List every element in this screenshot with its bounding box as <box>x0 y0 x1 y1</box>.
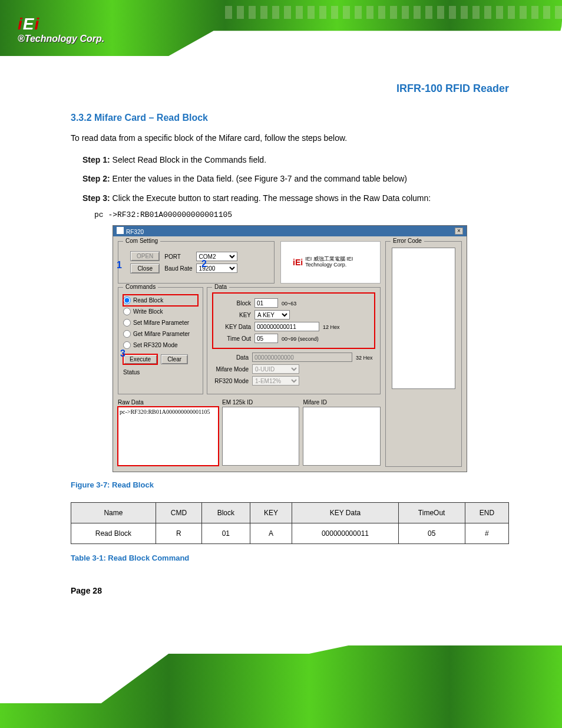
annotation-2: 2 <box>201 259 207 269</box>
intro-text: To read data from a specific block of th… <box>71 130 509 146</box>
block-input[interactable] <box>254 298 278 308</box>
step-2: Step 2: Enter the values in the Data fie… <box>82 171 509 187</box>
app-icon <box>117 227 124 234</box>
radio-read-block[interactable]: Read Block <box>123 295 198 306</box>
error-code-legend: Error Code <box>391 238 424 244</box>
port-label: PORT <box>164 253 192 260</box>
data-input <box>252 353 352 362</box>
com-setting-group: Com Setting OPEN Close PORT COM2 Baud Ra… <box>118 241 275 284</box>
open-button[interactable]: OPEN <box>130 251 160 261</box>
clear-button[interactable]: Clear <box>161 354 188 364</box>
error-code-group: Error Code <box>385 241 462 467</box>
section-heading: 3.3.2 Mifare Card – Read Block <box>71 113 509 123</box>
screenshot-figure: RF320 × Com Setting OPEN Close P <box>113 225 467 472</box>
close-icon[interactable]: × <box>455 228 463 235</box>
key-select[interactable]: A KEY <box>254 310 290 319</box>
rf320mode-label: RF320 Mode <box>213 378 249 384</box>
data-group: Data Block00~63 KEYA KEY KEY Data12 Hex … <box>207 287 381 394</box>
figure-caption: Figure 3-7: Read Block <box>71 480 509 489</box>
error-code-listbox[interactable] <box>392 248 455 389</box>
key-label: KEY <box>216 312 251 318</box>
em125k-label: EM 125k ID <box>222 399 300 406</box>
document-title: IRFR-100 RFID Reader <box>71 83 509 95</box>
radio-write-block[interactable]: Write Block <box>123 306 198 317</box>
raw-message-note: pc ->RF32:RB01A000000000001105 <box>94 210 509 219</box>
close-button[interactable]: Close <box>130 263 160 274</box>
mifareid-textarea[interactable] <box>303 407 381 466</box>
vendor-logo: iEi IEI 威強工業電腦 IEI Technology Corp. <box>280 241 381 284</box>
keydata-input[interactable] <box>254 322 319 331</box>
rf320mode-select: 1-EM12% <box>252 376 299 386</box>
command-table: Name CMD Block KEY KEY Data TimeOut END … <box>71 502 509 544</box>
execute-button[interactable]: Execute <box>123 354 157 364</box>
radio-set-mifare[interactable]: Set Mifare Parameter <box>123 317 198 328</box>
table-row: Read Block R 01 A 000000000011 05 # <box>71 523 509 544</box>
table-caption: Table 3-1: Read Block Command <box>71 554 509 562</box>
timeout-input[interactable] <box>254 334 278 343</box>
mifaremode-label: Mifare Mode <box>213 366 249 373</box>
window-title: RF320 <box>126 229 144 235</box>
step-3: Step 3: Click the Execute button to star… <box>82 190 509 206</box>
annotation-3: 3 <box>120 348 125 359</box>
mifareid-label: Mifare ID <box>303 399 381 406</box>
step-1: Step 1: Select Read Block in the Command… <box>82 152 509 168</box>
em125k-textarea[interactable] <box>222 407 300 466</box>
brand-logo: iEi ®Technology Corp. <box>18 15 104 44</box>
radio-set-rf320[interactable]: Set RF320 Mode <box>123 340 198 351</box>
mifaremode-select: 0-UUID <box>252 364 299 374</box>
rawdata-label: Raw Data <box>118 399 219 406</box>
timeout-label: Time Out <box>216 335 251 342</box>
keydata-label: KEY Data <box>216 324 251 330</box>
page-number: Page 28 <box>71 586 509 595</box>
commands-legend: Commands <box>123 284 158 290</box>
window-titlebar: RF320 × <box>113 226 467 236</box>
status-label: Status <box>123 369 198 375</box>
baud-label: Baud Rate <box>164 265 192 272</box>
annotation-1: 1 <box>117 260 122 271</box>
data-legend: Data <box>212 284 229 290</box>
block-label: Block <box>216 300 251 307</box>
radio-get-mifare[interactable]: Get Mifare Parameter <box>123 328 198 340</box>
commands-group: Commands Read Block Write Block Set Mifa… <box>118 287 203 394</box>
data-label: Data <box>213 354 249 361</box>
rawdata-textarea[interactable]: pc->RF320:RB01A000000000001105 <box>118 407 219 466</box>
com-setting-legend: Com Setting <box>123 238 160 244</box>
